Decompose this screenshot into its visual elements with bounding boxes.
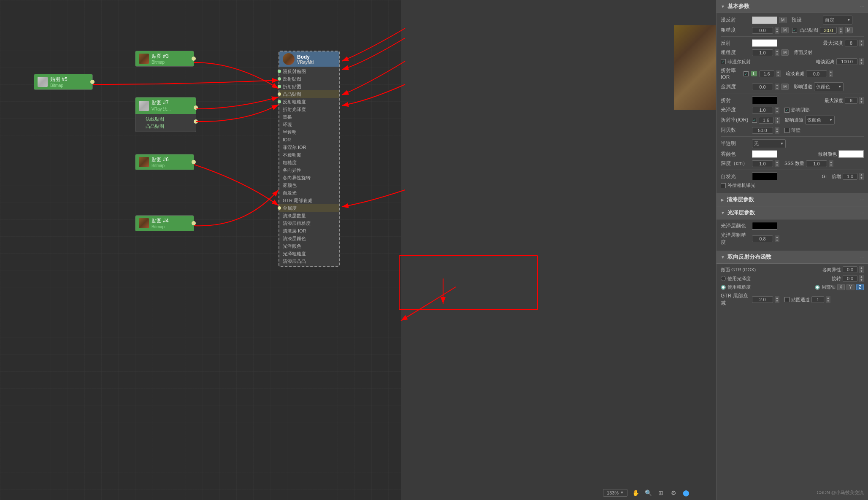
- refr-affect-dropdown[interactable]: 仅颜色▼: [805, 116, 835, 124]
- dim-fall-input[interactable]: [806, 70, 827, 77]
- reflect-swatch[interactable]: [752, 39, 777, 47]
- rot-spin[interactable]: ▲▼: [859, 275, 864, 282]
- ior-lock-checkbox[interactable]: [744, 71, 749, 76]
- map-chan-input[interactable]: [811, 296, 824, 303]
- refmax-input[interactable]: [845, 97, 857, 104]
- metal-m-btn[interactable]: M: [781, 84, 789, 90]
- refract-port[interactable]: [278, 85, 281, 88]
- affect-dropdown[interactable]: 仅颜色▼: [814, 82, 844, 91]
- roughness-input[interactable]: [752, 27, 773, 34]
- color-icon[interactable]: ⬤: [681, 488, 691, 497]
- depth-input[interactable]: [752, 160, 773, 167]
- use-rough-radio[interactable]: [721, 285, 726, 290]
- node-7[interactable]: 贴图 #7 VRay 法... 法线贴图 凸凸贴图: [135, 97, 196, 132]
- mult-input[interactable]: [843, 173, 857, 180]
- node-4-output[interactable]: [192, 221, 196, 225]
- node-6-output[interactable]: [192, 160, 196, 164]
- y-btn[interactable]: Y: [846, 284, 854, 290]
- metal-port[interactable]: [278, 206, 281, 210]
- df-spin[interactable]: ▲▼: [829, 70, 833, 77]
- rr-m-btn[interactable]: M: [781, 49, 789, 56]
- rr-spin[interactable]: ▲▼: [775, 49, 779, 56]
- bump-port[interactable]: [278, 92, 281, 96]
- use-glossy-radio[interactable]: [721, 276, 726, 281]
- section-coat[interactable]: ▶ 清漆层参数 ···: [717, 193, 868, 206]
- metal-spin[interactable]: ▲▼: [775, 84, 779, 90]
- section-basic[interactable]: ▼ 基本参数 ···: [717, 0, 868, 13]
- rm-spin[interactable]: ▲▼: [859, 97, 864, 104]
- settings-icon[interactable]: ⚙: [669, 488, 678, 497]
- hand-icon[interactable]: ✋: [631, 488, 640, 497]
- refract-swatch[interactable]: [752, 97, 777, 104]
- gloss-rough-input[interactable]: [752, 235, 773, 242]
- refr-ior-lock[interactable]: [752, 118, 757, 123]
- section-gloss[interactable]: ▼ 光泽层参数 ···: [717, 206, 868, 219]
- ba-spin[interactable]: ▲▼: [859, 266, 864, 273]
- rg-spin[interactable]: ▲▼: [775, 107, 779, 114]
- diffuse-swatch[interactable]: [752, 16, 777, 24]
- roughness-spin[interactable]: ▲▼: [775, 27, 779, 34]
- refr-glossy-input[interactable]: [752, 107, 773, 114]
- z-btn[interactable]: Z: [856, 284, 864, 290]
- material-node[interactable]: Body VRayMtl 漫反射贴图 反射贴图 折射贴图 凸凸贴图 反射粗糙度 …: [279, 51, 340, 267]
- map-channel-checkbox[interactable]: [784, 297, 790, 302]
- zoom-dropdown[interactable]: 133% ▼: [603, 489, 627, 497]
- node-5[interactable]: 贴图 #5 Bitmap: [34, 74, 93, 90]
- maxdepth-input[interactable]: [845, 40, 857, 46]
- dd-spin[interactable]: ▲▼: [859, 58, 864, 65]
- brdf-type-label: 微面 GTR (GGX): [721, 267, 763, 273]
- section-brdf[interactable]: ▼ 双向反射分布函数 ···: [717, 251, 868, 264]
- bump-input[interactable]: [820, 27, 837, 34]
- node-6[interactable]: 贴图 #6 Bitmap: [135, 154, 194, 170]
- diffuse-m-btn[interactable]: M: [779, 17, 787, 23]
- ior-spin[interactable]: ▲▼: [776, 70, 781, 77]
- reflect-port[interactable]: [278, 77, 281, 81]
- fog-swatch[interactable]: [752, 150, 777, 158]
- bump-spin[interactable]: ▲▼: [838, 27, 843, 34]
- compensate-checkbox[interactable]: [721, 183, 726, 188]
- refr-ior-input[interactable]: [759, 117, 773, 124]
- ior-input[interactable]: [760, 70, 774, 77]
- x-btn[interactable]: X: [837, 284, 845, 290]
- selfillum-swatch[interactable]: [752, 173, 777, 180]
- reflrough-port[interactable]: [278, 100, 281, 103]
- search-icon[interactable]: 🔍: [644, 488, 653, 497]
- gr-spin[interactable]: ▲▼: [775, 235, 779, 242]
- local-axis-radio[interactable]: [815, 285, 820, 290]
- gtr-input[interactable]: [752, 296, 773, 303]
- node-7-output2[interactable]: [194, 119, 198, 124]
- thin-checkbox[interactable]: [784, 128, 790, 133]
- mult-spin[interactable]: ▲▼: [859, 173, 864, 180]
- sss-spin[interactable]: ▲▼: [829, 160, 833, 167]
- rotate-input[interactable]: [843, 275, 857, 282]
- mc-spin[interactable]: ▲▼: [826, 296, 830, 303]
- node-5-output[interactable]: [90, 80, 95, 84]
- metal-input[interactable]: [752, 84, 773, 90]
- maxdepth-spin[interactable]: ▲▼: [859, 40, 864, 46]
- preset-dropdown[interactable]: 自定▼: [823, 16, 852, 24]
- node-3-output[interactable]: [192, 57, 196, 61]
- dep-spin[interactable]: ▲▼: [775, 160, 779, 167]
- node-7-output[interactable]: [194, 105, 198, 110]
- gtr-spin[interactable]: ▲▼: [775, 296, 779, 303]
- ri-spin[interactable]: ▲▼: [775, 117, 780, 124]
- roughness-m-btn[interactable]: M: [781, 27, 789, 33]
- node-3[interactable]: 贴图 #3 Bitmap: [135, 51, 194, 67]
- gloss-color-swatch[interactable]: [752, 222, 777, 230]
- diffuse-port[interactable]: [278, 70, 281, 73]
- brdf-aniso-input[interactable]: [843, 266, 857, 273]
- dim-dist-input[interactable]: [836, 58, 857, 65]
- sss-input[interactable]: [806, 160, 827, 167]
- reflect-rough-input[interactable]: [752, 49, 773, 56]
- fresnel-checkbox[interactable]: [721, 59, 726, 64]
- aff-shadow-checkbox[interactable]: [784, 108, 790, 113]
- grid-icon[interactable]: ⊞: [656, 488, 665, 497]
- ior-lock-btn[interactable]: L: [751, 71, 757, 76]
- abbe-input[interactable]: [752, 127, 773, 134]
- bump-checkbox[interactable]: [792, 28, 797, 33]
- bump-m-btn[interactable]: M: [845, 27, 852, 33]
- translucent-dropdown[interactable]: 无▼: [752, 139, 786, 148]
- node-4[interactable]: 贴图 #4 Bitmap: [135, 215, 194, 231]
- scatter-swatch[interactable]: [838, 150, 864, 158]
- ab-spin[interactable]: ▲▼: [775, 127, 779, 134]
